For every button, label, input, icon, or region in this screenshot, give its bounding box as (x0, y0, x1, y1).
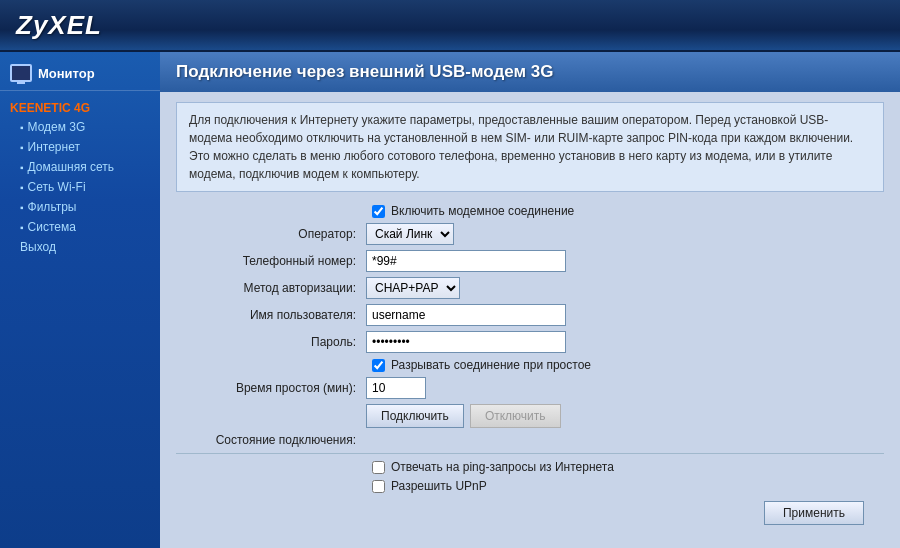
enable-modem-row: Включить модемное соединение (176, 204, 884, 218)
disconnect-idle-checkbox[interactable] (372, 359, 385, 372)
sidebar-item-homenet-label: Домашняя сеть (28, 160, 114, 174)
connect-buttons-row: Подключить Отключить (176, 404, 884, 428)
phone-control (366, 250, 566, 272)
username-control (366, 304, 566, 326)
username-row: Имя пользователя: (176, 304, 884, 326)
sidebar-item-filters-label: Фильтры (28, 200, 77, 214)
sidebar-item-internet[interactable]: Интернет (0, 137, 160, 157)
operator-control: Скай Линк (366, 223, 454, 245)
sidebar: Монитор KEENETIC 4G Модем 3G Интернет До… (0, 52, 160, 548)
connect-buttons-control: Подключить Отключить (366, 404, 561, 428)
disconnect-idle-row: Разрывать соединение при простое (176, 358, 884, 372)
info-box: Для подключения к Интернету укажите пара… (176, 102, 884, 192)
page-title-bar: Подключение через внешний USB-модем 3G (160, 52, 900, 92)
info-text: Для подключения к Интернету укажите пара… (189, 113, 853, 181)
sidebar-item-wifi[interactable]: Сеть Wi-Fi (0, 177, 160, 197)
apply-button[interactable]: Применить (764, 501, 864, 525)
sidebar-item-system[interactable]: Система (0, 217, 160, 237)
apply-row: Применить (176, 501, 884, 525)
phone-input[interactable] (366, 250, 566, 272)
disconnect-idle-label: Разрывать соединение при простое (391, 358, 591, 372)
sidebar-item-modem3g[interactable]: Модем 3G (0, 117, 160, 137)
upnp-label: Разрешить UPnP (391, 479, 487, 493)
sidebar-item-homenet[interactable]: Домашняя сеть (0, 157, 160, 177)
sidebar-item-logout-label: Выход (20, 240, 56, 254)
ping-checkbox[interactable] (372, 461, 385, 474)
status-label: Состояние подключения: (176, 433, 366, 447)
ping-label: Отвечать на ping-запросы из Интернета (391, 460, 614, 474)
idle-row: Время простоя (мин): (176, 377, 884, 399)
header: ZyXEL (0, 0, 900, 52)
idle-control (366, 377, 426, 399)
sidebar-item-system-label: Система (28, 220, 76, 234)
enable-modem-label: Включить модемное соединение (391, 204, 574, 218)
password-label: Пароль: (176, 335, 366, 349)
enable-modem-checkbox[interactable] (372, 205, 385, 218)
phone-row: Телефонный номер: (176, 250, 884, 272)
upnp-row: Разрешить UPnP (176, 479, 884, 493)
sidebar-item-logout[interactable]: Выход (0, 237, 160, 257)
connect-button[interactable]: Подключить (366, 404, 464, 428)
username-input[interactable] (366, 304, 566, 326)
sidebar-item-internet-label: Интернет (28, 140, 80, 154)
layout: Монитор KEENETIC 4G Модем 3G Интернет До… (0, 52, 900, 548)
username-label: Имя пользователя: (176, 308, 366, 322)
sidebar-item-wifi-label: Сеть Wi-Fi (28, 180, 86, 194)
password-row: Пароль: (176, 331, 884, 353)
auth-row: Метод авторизации: CHAP+PAP (176, 277, 884, 299)
phone-label: Телефонный номер: (176, 254, 366, 268)
auth-label: Метод авторизации: (176, 281, 366, 295)
upnp-checkbox[interactable] (372, 480, 385, 493)
sidebar-item-filters[interactable]: Фильтры (0, 197, 160, 217)
auth-control: CHAP+PAP (366, 277, 460, 299)
page-title: Подключение через внешний USB-модем 3G (176, 62, 884, 82)
monitor-label: Монитор (38, 66, 95, 81)
disconnect-button[interactable]: Отключить (470, 404, 561, 428)
password-control (366, 331, 566, 353)
main-content: Подключение через внешний USB-модем 3G Д… (160, 52, 900, 548)
operator-select[interactable]: Скай Линк (366, 223, 454, 245)
password-input[interactable] (366, 331, 566, 353)
sidebar-item-modem3g-label: Модем 3G (28, 120, 86, 134)
logo: ZyXEL (16, 10, 102, 41)
ping-row: Отвечать на ping-запросы из Интернета (176, 460, 884, 474)
sidebar-group-keenetic: KEENETIC 4G Модем 3G Интернет Домашняя с… (0, 95, 160, 259)
operator-label: Оператор: (176, 227, 366, 241)
monitor-nav-item[interactable]: Монитор (0, 56, 160, 91)
sidebar-group-title[interactable]: KEENETIC 4G (0, 97, 160, 117)
auth-select[interactable]: CHAP+PAP (366, 277, 460, 299)
monitor-icon (10, 64, 32, 82)
idle-input[interactable] (366, 377, 426, 399)
idle-label: Время простоя (мин): (176, 381, 366, 395)
status-row: Состояние подключения: (176, 433, 884, 447)
operator-row: Оператор: Скай Линк (176, 223, 884, 245)
form-area: Включить модемное соединение Оператор: С… (160, 198, 900, 548)
